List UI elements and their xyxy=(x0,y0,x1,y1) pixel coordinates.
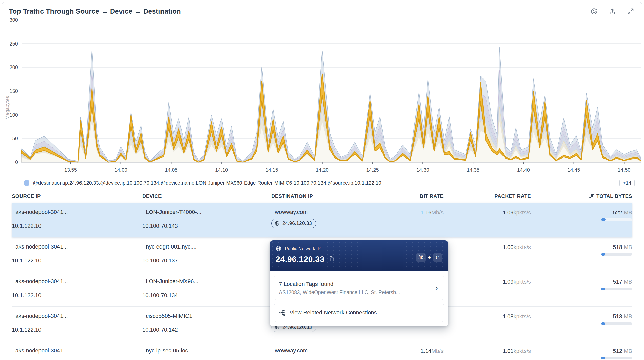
svg-text:100: 100 xyxy=(10,112,18,118)
widget-header: Top Traffic Through Source → Device → De… xyxy=(2,2,642,16)
popup-kind: Public Network IP xyxy=(276,245,442,252)
legend-swatch xyxy=(24,180,29,186)
location-tags-subtitle: AS12083, WideOpenWest Finance LLC, St. P… xyxy=(279,289,400,295)
traffic-chart[interactable]: 05010015020025030013:5514:0014:0514:1014… xyxy=(2,16,642,175)
total-bytes-cell: 522 MB xyxy=(531,203,632,237)
table-header: SOURCE IP DEVICE DESTINATION IP BIT RATE… xyxy=(12,190,632,203)
destination-ip-badge[interactable]: 24.96.120.33 xyxy=(271,219,316,228)
source-cell: aks-nodepool-3041...10.1.122.10 xyxy=(12,237,142,272)
packet-rate-cell: 1.09kpkts/s xyxy=(444,272,531,306)
area-chart-canvas[interactable]: 05010015020025030013:5514:0014:0514:1014… xyxy=(2,16,642,175)
table-row[interactable]: aks-nodepool-3041...10.1.122.10LON-Junip… xyxy=(12,203,632,237)
view-related-connections-button[interactable]: View Related Network Connections xyxy=(274,304,444,322)
svg-text:0: 0 xyxy=(15,159,18,165)
svg-text:14:05: 14:05 xyxy=(165,167,177,173)
device-cell: cisco5505-MIMIC110.100.70.142 xyxy=(142,307,271,341)
globe-icon xyxy=(275,221,280,226)
col-bit-rate[interactable]: BIT RATE xyxy=(400,193,444,199)
svg-text:150: 150 xyxy=(10,88,18,94)
device-cell: LON-Juniper-T4000-...10.100.70.143 xyxy=(142,203,271,237)
total-bytes-bar xyxy=(601,322,632,325)
svg-text:14:30: 14:30 xyxy=(416,167,429,173)
expand-icon[interactable] xyxy=(627,7,635,15)
total-bytes-cell: 517 MB xyxy=(531,272,632,306)
svg-text:14:35: 14:35 xyxy=(467,167,479,173)
bit-rate-cell: 1.14Mb/s xyxy=(400,341,444,360)
svg-text:14:10: 14:10 xyxy=(215,167,228,173)
popup-body: 7 Location Tags found AS12083, WideOpenW… xyxy=(270,271,448,326)
svg-text:14:20: 14:20 xyxy=(316,167,329,173)
page-title: Top Traffic Through Source → Device → De… xyxy=(9,8,181,15)
sort-descending-icon xyxy=(588,193,594,199)
ip-details-popup: Public Network IP 24.96.120.33 ⌘ + C 7 L… xyxy=(270,240,448,326)
refresh-icon[interactable] xyxy=(590,7,598,15)
packet-rate-cell: 1.00kpkts/s xyxy=(444,237,531,272)
svg-text:200: 200 xyxy=(10,64,18,70)
destination-cell: wowway.com24.96.120.33 xyxy=(271,203,400,237)
total-bytes-cell: 513 MB xyxy=(531,307,632,341)
svg-text:14:15: 14:15 xyxy=(266,167,278,173)
device-cell: LON-Juniper-MX96...10.100.70.134 xyxy=(142,272,271,306)
col-total-bytes[interactable]: TOTAL BYTES xyxy=(531,193,632,199)
legend-more-badge[interactable]: +14 xyxy=(619,179,635,187)
y-axis-title: Megabytes xyxy=(5,87,10,128)
svg-text:300: 300 xyxy=(10,17,18,23)
bit-rate-cell: 1.16Mb/s xyxy=(400,203,444,237)
location-tags-title: 7 Location Tags found xyxy=(279,280,400,288)
chevron-right-icon: › xyxy=(435,283,439,292)
globe-icon xyxy=(276,245,282,252)
packet-rate-cell: 1.01kpkts/s xyxy=(444,341,531,360)
popup-ip-value: 24.96.120.33 xyxy=(276,255,325,264)
col-destination-ip[interactable]: DESTINATION IP xyxy=(271,193,400,199)
total-bytes-bar xyxy=(601,357,632,359)
header-actions xyxy=(590,7,635,15)
total-bytes-cell: 518 MB xyxy=(531,237,632,272)
source-cell: aks-nodepool-3041...10.1.122.10 xyxy=(12,272,142,306)
svg-text:50: 50 xyxy=(12,136,18,141)
col-packet-rate[interactable]: PACKET RATE xyxy=(444,193,531,199)
chart-legend: @destination.ip:24.96.120.33,@device.ip:… xyxy=(2,175,642,190)
destination-cell: wowway.com xyxy=(271,341,400,360)
source-cell: aks-nodepool-3041... xyxy=(12,341,142,360)
export-icon[interactable] xyxy=(608,7,616,15)
legend-item[interactable]: @destination.ip:24.96.120.33,@device.ip:… xyxy=(24,180,381,186)
cmd-key: ⌘ xyxy=(416,253,426,262)
copy-icon[interactable] xyxy=(329,256,335,263)
location-tags-card[interactable]: 7 Location Tags found AS12083, WideOpenW… xyxy=(274,276,444,300)
svg-text:250: 250 xyxy=(10,41,18,47)
total-bytes-cell: 512 MB xyxy=(531,341,632,360)
popup-header: Public Network IP 24.96.120.33 ⌘ + C xyxy=(270,240,448,271)
svg-text:14:00: 14:00 xyxy=(115,167,127,173)
packet-rate-cell: 1.09kpkts/s xyxy=(444,203,531,237)
source-cell: aks-nodepool-3041...10.1.122.10 xyxy=(12,307,142,341)
total-bytes-bar xyxy=(601,253,632,256)
col-device[interactable]: DEVICE xyxy=(142,193,271,199)
view-related-connections-label: View Related Network Connections xyxy=(290,309,377,317)
packet-rate-cell: 1.08kpkts/s xyxy=(444,307,531,341)
col-source-ip[interactable]: SOURCE IP xyxy=(12,193,142,199)
total-bytes-bar xyxy=(601,288,632,290)
table-row[interactable]: aks-nodepool-3041...nyc-ip-sec-05.locwow… xyxy=(12,341,632,360)
total-bytes-bar xyxy=(601,218,632,221)
svg-text:14:50: 14:50 xyxy=(618,167,630,173)
source-cell: aks-nodepool-3041...10.1.122.10 xyxy=(12,203,142,237)
svg-text:14:40: 14:40 xyxy=(517,167,530,173)
legend-label: @destination.ip:24.96.120.33,@device.ip:… xyxy=(33,180,381,186)
device-cell: nyc-edgrt-001.nyc....10.100.70.137 xyxy=(142,237,271,272)
svg-text:13:55: 13:55 xyxy=(64,167,77,173)
traffic-widget: Top Traffic Through Source → Device → De… xyxy=(2,2,642,360)
svg-text:14:45: 14:45 xyxy=(568,167,580,173)
svg-text:14:25: 14:25 xyxy=(366,167,379,173)
c-key: C xyxy=(433,253,442,262)
copy-hotkey: ⌘ + C xyxy=(416,253,442,262)
network-connections-icon xyxy=(279,309,286,316)
device-cell: nyc-ip-sec-05.loc xyxy=(142,341,271,360)
